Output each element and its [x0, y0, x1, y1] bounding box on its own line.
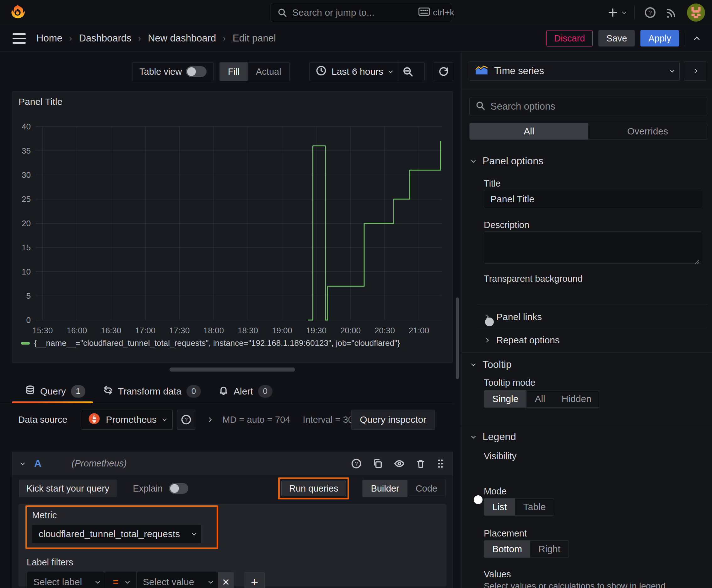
tab-alert[interactable]: Alert 0: [218, 385, 273, 398]
collapse-header-chevron-up-icon[interactable]: [691, 37, 705, 41]
chart-legend[interactable]: {__name__="cloudflared_tunnel_total_requ…: [21, 338, 400, 348]
builder-option[interactable]: Builder: [363, 480, 407, 497]
svg-text:16:30: 16:30: [101, 326, 121, 335]
legend-series-label[interactable]: {__name__="cloudflared_tunnel_total_requ…: [34, 338, 400, 348]
tooltip-mode-label: Tooltip mode: [484, 378, 535, 388]
legend-placement-right-option[interactable]: Right: [530, 541, 568, 558]
refresh-button[interactable]: [434, 62, 453, 81]
collapse-options-pane-button[interactable]: [684, 61, 706, 81]
time-series-chart[interactable]: 051015202530354015:3016:0016:3017:0017:3…: [12, 91, 453, 336]
legend-placement-label: Placement: [484, 528, 527, 539]
tab-transform-data[interactable]: Transform data 0: [103, 385, 201, 398]
legend-mode-list-option[interactable]: List: [484, 499, 515, 516]
user-avatar[interactable]: [687, 3, 705, 22]
query-help-icon[interactable]: ?: [351, 458, 362, 469]
active-tab-underline: [12, 401, 93, 403]
news-rss-icon[interactable]: [666, 6, 677, 19]
breadcrumb-new-dashboard[interactable]: New dashboard: [148, 33, 216, 44]
tab-query-count-badge: 1: [71, 385, 85, 398]
svg-text:?: ?: [355, 461, 358, 467]
zoom-out-button[interactable]: [398, 63, 417, 81]
explain-toggle[interactable]: [169, 483, 188, 494]
breadcrumb-home[interactable]: Home: [37, 33, 63, 44]
actual-option[interactable]: Actual: [248, 63, 289, 81]
datasource-picker[interactable]: Prometheus: [81, 410, 173, 430]
fill-option[interactable]: Fill: [220, 63, 248, 81]
global-search-bar[interactable]: ctrl+k: [271, 3, 452, 22]
legend-heading: Legend: [482, 431, 516, 443]
global-search-input[interactable]: [292, 7, 413, 18]
search-shortcut-hint: ctrl+k: [433, 7, 454, 18]
table-view-toggle[interactable]: [186, 66, 207, 77]
kick-start-query-button[interactable]: Kick start your query: [19, 480, 116, 497]
fill-actual-switch: Fill Actual: [219, 62, 290, 81]
textarea-resize-handle-icon[interactable]: [694, 256, 699, 262]
breadcrumb-dashboards[interactable]: Dashboards: [79, 33, 131, 44]
menu-hamburger-icon[interactable]: [13, 33, 26, 44]
collapse-query-chevron-icon[interactable]: [20, 460, 25, 465]
remove-filter-button[interactable]: ✕: [218, 572, 234, 588]
tab-all[interactable]: All: [470, 123, 588, 140]
tab-query[interactable]: Query 1: [25, 385, 85, 398]
query-inspector-button[interactable]: Query inspector: [351, 410, 435, 430]
datasource-help-button[interactable]: ?: [177, 410, 195, 430]
content-scrollbar[interactable]: [456, 297, 459, 379]
panel-links-section-header[interactable]: Panel links: [485, 312, 542, 322]
tooltip-heading: Tooltip: [482, 359, 512, 370]
select-value-dropdown[interactable]: Select value: [136, 572, 218, 588]
tooltip-section-header[interactable]: Tooltip: [471, 359, 512, 370]
expand-options-chevron-right-icon[interactable]: [208, 418, 211, 421]
tooltip-all-option[interactable]: All: [526, 391, 553, 407]
time-range-picker[interactable]: Last 6 hours: [309, 63, 398, 81]
visualization-picker[interactable]: Time series: [469, 61, 679, 81]
add-new-button[interactable]: [607, 7, 625, 18]
panel-title-input[interactable]: [484, 190, 701, 208]
options-search-input[interactable]: [490, 101, 701, 112]
time-series-panel[interactable]: Panel Title 051015202530354015:3016:0016…: [12, 91, 453, 363]
builder-code-switch: Builder Code: [362, 480, 446, 497]
toggle-query-visibility-eye-icon[interactable]: [394, 458, 405, 469]
datasource-bar: Data source Prometheus ? MD = auto = 704…: [18, 409, 453, 430]
help-icon[interactable]: ?: [644, 6, 656, 19]
tab-transform-label: Transform data: [118, 386, 181, 397]
panel-resize-handle[interactable]: [170, 368, 295, 372]
save-button[interactable]: Save: [598, 30, 635, 46]
discard-button[interactable]: Discard: [546, 30, 593, 46]
svg-text:5: 5: [26, 291, 31, 300]
tab-overrides[interactable]: Overrides: [588, 123, 707, 140]
code-option[interactable]: Code: [408, 480, 446, 497]
panel-options-section-header[interactable]: Panel options: [471, 155, 543, 167]
transparent-background-label: Transparent background: [484, 274, 583, 284]
tooltip-mode-switch: Single All Hidden: [484, 390, 600, 408]
chevron-down-icon: [471, 361, 476, 366]
operator-dropdown[interactable]: =: [105, 572, 136, 588]
chevron-down-icon: [670, 68, 674, 72]
sidebar-divider: [462, 89, 712, 90]
chevron-down-icon: [192, 531, 196, 536]
svg-text:15: 15: [22, 243, 31, 252]
grafana-logo-icon[interactable]: [9, 4, 26, 21]
tab-alert-count-badge: 0: [258, 385, 273, 398]
apply-button[interactable]: Apply: [641, 30, 679, 46]
operator-value: =: [113, 577, 118, 587]
tooltip-hidden-option[interactable]: Hidden: [554, 391, 600, 407]
delete-query-trash-icon[interactable]: [416, 458, 426, 469]
chevron-right-icon: [484, 315, 489, 319]
query-row-header[interactable]: A (Prometheus) ?: [12, 452, 453, 475]
legend-section-header[interactable]: Legend: [471, 431, 516, 443]
legend-placement-switch: Bottom Right: [484, 540, 569, 558]
run-queries-button[interactable]: Run queries: [281, 481, 346, 496]
metric-select-dropdown[interactable]: cloudflared_tunnel_total_requests: [32, 525, 201, 543]
panel-description-textarea[interactable]: [484, 231, 701, 264]
tooltip-single-option[interactable]: Single: [484, 391, 526, 407]
drag-query-handle-icon[interactable]: [436, 458, 445, 469]
repeat-options-section-header[interactable]: Repeat options: [485, 335, 560, 345]
duplicate-query-icon[interactable]: [372, 458, 383, 469]
breadcrumb-edit-panel: Edit panel: [233, 33, 276, 44]
breadcrumb: Home › Dashboards › New dashboard › Edit…: [37, 33, 276, 44]
options-search-box[interactable]: [469, 97, 707, 116]
add-filter-button[interactable]: +: [244, 572, 265, 588]
legend-mode-table-option[interactable]: Table: [515, 499, 554, 516]
select-label-dropdown[interactable]: Select label: [27, 572, 105, 588]
legend-placement-bottom-option[interactable]: Bottom: [484, 541, 530, 558]
